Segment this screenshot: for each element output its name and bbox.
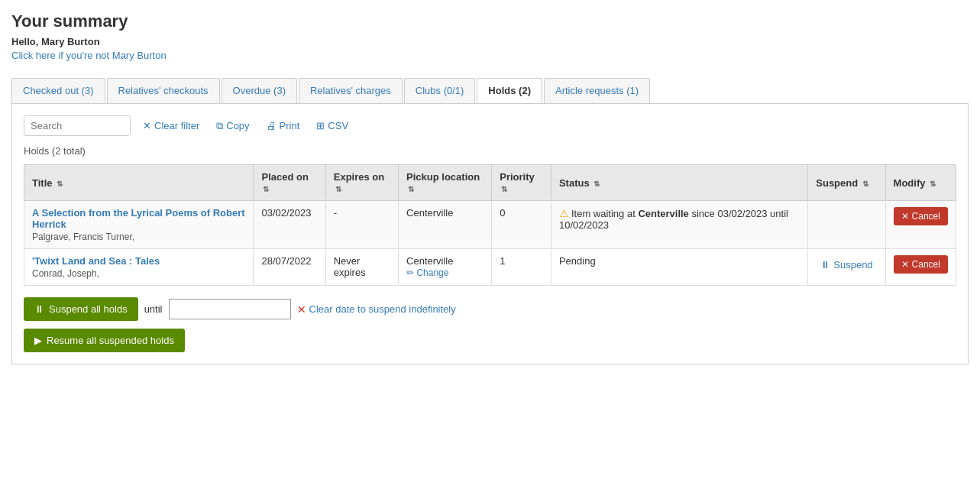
sort-icon[interactable]: ⇅ <box>408 185 414 193</box>
bottom-actions: ⏸ Suspend all holds until ✕ Clear date t… <box>24 297 956 352</box>
pause-icon: ⏸ <box>820 259 830 271</box>
col-header-priority: Priority ⇅ <box>492 165 551 201</box>
priority: 1 <box>492 249 551 286</box>
resume-all-button[interactable]: ▶ Resume all suspended holds <box>24 329 185 352</box>
modify-cell: ✕ Cancel <box>885 201 956 249</box>
col-header-status: Status ⇅ <box>551 165 807 201</box>
sort-icon[interactable]: ⇅ <box>862 180 868 188</box>
status: Pending <box>551 249 807 286</box>
suspend-cell: ⏸ Suspend <box>808 249 885 286</box>
copy-label: Copy <box>226 120 249 131</box>
cancel-x-icon: ✕ <box>901 211 909 222</box>
until-label: until <box>144 303 163 315</box>
tab-content: ✕ Clear filter ⧉ Copy 🖨 Print ⊞ CSV Hold… <box>11 104 969 364</box>
clear-filter-label: Clear filter <box>154 120 199 131</box>
suspend-all-row: ⏸ Suspend all holds until ✕ Clear date t… <box>24 297 956 321</box>
holds-count: Holds (2 total) <box>24 145 956 157</box>
suspend-all-button[interactable]: ⏸ Suspend all holds <box>24 297 138 321</box>
expires-on: - <box>325 201 398 249</box>
csv-label: CSV <box>328 120 348 131</box>
print-label: Print <box>280 120 300 131</box>
col-header-suspend: Suspend ⇅ <box>808 165 885 201</box>
clear-date-link[interactable]: ✕ Clear date to suspend indefinitely <box>297 303 456 316</box>
pickup-location: Centerville✏ Change <box>399 249 492 286</box>
suspend-all-label: Suspend all holds <box>49 303 128 315</box>
clear-date-label: Clear date to suspend indefinitely <box>309 303 456 315</box>
print-button[interactable]: 🖨 Print <box>262 117 305 134</box>
tab-checked-out[interactable]: Checked out (3) <box>11 78 105 103</box>
sort-icon[interactable]: ⇅ <box>263 185 269 193</box>
tab-relatives-charges[interactable]: Relatives' charges <box>299 78 403 103</box>
sort-icon[interactable]: ⇅ <box>501 185 507 193</box>
clear-date-x-icon: ✕ <box>297 303 306 316</box>
tab-overdue[interactable]: Overdue (3) <box>222 78 297 103</box>
copy-icon: ⧉ <box>216 120 223 132</box>
col-header-title: Title ⇅ <box>24 165 254 201</box>
csv-button[interactable]: ⊞ CSV <box>312 117 353 134</box>
sort-icon[interactable]: ⇅ <box>335 185 341 193</box>
not-you-link[interactable]: Click here if you're not Mary Burton <box>11 50 167 61</box>
expires-on: Never expires <box>325 249 398 286</box>
placed-on: 03/02/2023 <box>254 201 325 249</box>
warning-icon: ⚠ <box>559 207 569 219</box>
col-header-placed-on: Placed on ⇅ <box>254 165 325 201</box>
toolbar: ✕ Clear filter ⧉ Copy 🖨 Print ⊞ CSV <box>24 115 956 136</box>
pickup-location: Centerville <box>399 201 492 249</box>
clear-filter-icon: ✕ <box>143 120 151 131</box>
col-header-modify: Modify ⇅ <box>885 165 956 201</box>
sort-icon[interactable]: ⇅ <box>57 180 63 188</box>
tabs: Checked out (3)Relatives' checkoutsOverd… <box>11 78 969 104</box>
book-title-link[interactable]: A Selection from the Lyrical Poems of Ro… <box>32 207 245 230</box>
status: ⚠Item waiting at Centerville since 03/02… <box>551 201 807 249</box>
greeting: Hello, Mary Burton <box>11 36 969 47</box>
print-icon: 🖨 <box>267 120 277 131</box>
cancel-button[interactable]: ✕ Cancel <box>894 207 948 225</box>
username: Mary Burton <box>41 36 100 47</box>
tab-article-requests[interactable]: Article requests (1) <box>544 78 650 103</box>
priority: 0 <box>492 201 551 249</box>
suspend-date-input[interactable] <box>169 299 291 319</box>
placed-on: 28/07/2022 <box>254 249 325 286</box>
book-title-link[interactable]: 'Twixt Land and Sea : Tales <box>32 255 160 267</box>
resume-all-label: Resume all suspended holds <box>47 335 174 346</box>
page-title: Your summary <box>11 11 969 31</box>
suspend-cell <box>808 201 885 249</box>
suspend-button[interactable]: ⏸ Suspend <box>816 255 877 274</box>
pause-icon: ⏸ <box>34 303 44 315</box>
sort-icon[interactable]: ⇅ <box>593 180 600 188</box>
copy-button[interactable]: ⧉ Copy <box>212 117 254 135</box>
resume-all-row: ▶ Resume all suspended holds <box>24 329 956 352</box>
modify-cell: ✕ Cancel <box>885 249 956 286</box>
play-icon: ▶ <box>34 335 42 346</box>
table-header-row: Title ⇅Placed on ⇅Expires on ⇅Pickup loc… <box>24 165 956 201</box>
tab-holds[interactable]: Holds (2) <box>477 78 542 103</box>
col-header-pickup-location: Pickup location ⇅ <box>399 165 492 201</box>
book-author: Conrad, Joseph, <box>32 268 245 279</box>
table-row: A Selection from the Lyrical Poems of Ro… <box>24 201 956 249</box>
clear-filter-button[interactable]: ✕ Clear filter <box>138 117 204 134</box>
change-pickup-link[interactable]: ✏ Change <box>406 267 448 278</box>
col-header-expires-on: Expires on ⇅ <box>325 165 398 201</box>
book-author: Palgrave, Francis Turner, <box>32 232 245 242</box>
tab-clubs[interactable]: Clubs (0/1) <box>404 78 476 103</box>
table-row: 'Twixt Land and Sea : TalesConrad, Josep… <box>24 249 956 286</box>
sort-icon[interactable]: ⇅ <box>930 180 936 188</box>
tab-relatives-checkouts[interactable]: Relatives' checkouts <box>107 78 220 103</box>
search-input[interactable] <box>24 115 131 136</box>
holds-table: Title ⇅Placed on ⇅Expires on ⇅Pickup loc… <box>24 164 956 286</box>
csv-icon: ⊞ <box>316 120 325 131</box>
cancel-x-icon: ✕ <box>901 259 909 270</box>
cancel-button[interactable]: ✕ Cancel <box>894 255 948 274</box>
